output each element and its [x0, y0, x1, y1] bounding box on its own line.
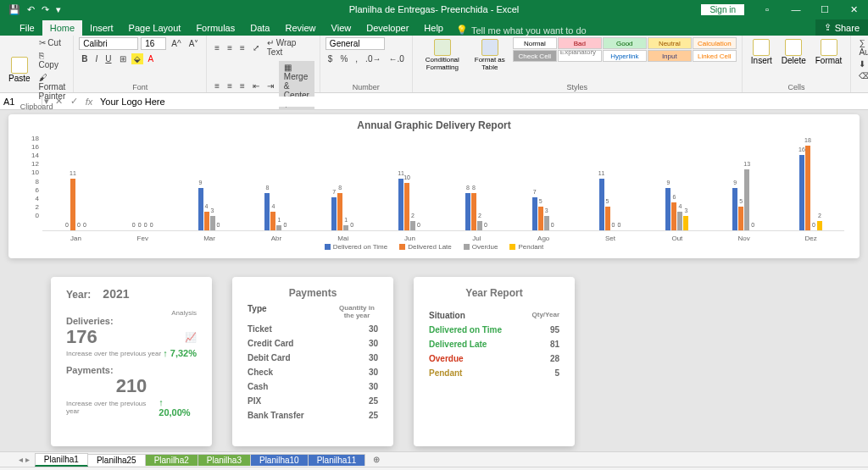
italic-button[interactable]: I	[93, 53, 101, 64]
style-cell[interactable]: Hyperlink	[603, 50, 647, 62]
sheet-tab[interactable]: Planilha11	[308, 454, 366, 466]
sheet-nav-icon[interactable]: ◂ ▸	[19, 455, 30, 464]
style-cell[interactable]: Explanatory ...	[558, 50, 602, 62]
sheet-tab[interactable]: Planilha1	[35, 453, 88, 467]
tab-developer[interactable]: Developer	[359, 20, 416, 36]
align-center-icon[interactable]: ≡	[225, 80, 235, 91]
tab-file[interactable]: File	[12, 20, 42, 36]
delete-button[interactable]: Delete	[778, 37, 810, 67]
style-cell[interactable]: Normal	[513, 37, 557, 49]
table-row: Pendant5	[429, 368, 559, 378]
sheet-tab[interactable]: Planilha2	[145, 454, 198, 466]
style-cell[interactable]: Check Cell	[513, 50, 557, 62]
ribbon-options-icon[interactable]: ▫	[753, 0, 782, 19]
format-as-table-button[interactable]: Format as Table	[470, 37, 510, 73]
signin-button[interactable]: Sign in	[701, 4, 744, 15]
style-cell[interactable]: Neutral	[648, 37, 692, 49]
close-icon[interactable]: ✕	[839, 0, 868, 19]
tab-review[interactable]: Review	[277, 20, 323, 36]
style-cell[interactable]: Good	[603, 37, 647, 49]
tell-me[interactable]: 💡 Tell me what you want to do	[456, 25, 587, 36]
enter-formula-icon[interactable]: ✓	[66, 96, 81, 107]
sheet-tab[interactable]: Planilha10	[250, 454, 309, 466]
name-box[interactable]: A1	[0, 93, 42, 109]
font-color-button[interactable]: A	[146, 53, 157, 64]
table-row: Delivered Late81	[429, 340, 559, 349]
ribbon-tabs: File Home Insert Page Layout Formulas Da…	[0, 19, 868, 36]
maximize-icon[interactable]: ☐	[810, 0, 839, 19]
sheet-tab[interactable]: Planilha3	[198, 454, 251, 466]
tab-view[interactable]: View	[324, 20, 359, 36]
share-button[interactable]: ⇪ Share	[815, 19, 868, 36]
style-cell[interactable]: Linked Cell	[693, 50, 737, 62]
redo-icon[interactable]: ↷	[40, 4, 51, 15]
cell-styles-gallery[interactable]: NormalBadGoodNeutralCalculationCheck Cel…	[513, 37, 737, 62]
inc-decimal-icon[interactable]: .0→	[363, 53, 383, 64]
worksheet[interactable]: Annual Graphic Delivery Report 181614121…	[0, 110, 868, 451]
group-alignment: ≡ ≡ ≡ ⤢ ↵ Wrap Text ≡ ≡ ≡ ⇤ ⇥ ▦ Merge & …	[207, 36, 320, 92]
tab-home[interactable]: Home	[42, 20, 82, 36]
paste-button[interactable]: Paste	[5, 55, 34, 85]
table-row: Overdue28	[429, 354, 559, 363]
chart-legend: Delivered on TimeDelivered LateOverduePe…	[24, 243, 844, 251]
tab-formulas[interactable]: Formulas	[188, 20, 242, 36]
decrease-font-icon[interactable]: A˅	[186, 38, 202, 49]
tab-pagelayout[interactable]: Page Layout	[121, 20, 189, 36]
autosum-button[interactable]: ∑ AutoSum	[856, 37, 868, 58]
status-bar: Ready Calculate — + 110%	[0, 467, 868, 470]
align-top-icon[interactable]: ≡	[212, 42, 222, 53]
align-left-icon[interactable]: ≡	[212, 80, 222, 91]
style-cell[interactable]: Input	[648, 50, 692, 62]
new-sheet-button[interactable]: ⊕	[364, 454, 383, 465]
cancel-formula-icon[interactable]: ✕	[51, 96, 66, 107]
clear-button[interactable]: ⌫ Clear	[856, 70, 868, 81]
format-button[interactable]: Format	[812, 37, 846, 67]
indent-dec-icon[interactable]: ⇤	[250, 80, 262, 91]
undo-icon[interactable]: ↶	[25, 4, 36, 15]
border-button[interactable]: ⊞	[117, 53, 129, 64]
align-right-icon[interactable]: ≡	[237, 80, 248, 91]
minimize-icon[interactable]: —	[782, 0, 810, 19]
group-editing: ∑ AutoSum ⬇ Fill ⌫ Clear Sort & Filter F…	[851, 36, 868, 92]
increase-font-icon[interactable]: A^	[169, 38, 183, 49]
align-mid-icon[interactable]: ≡	[225, 42, 235, 53]
percent-icon[interactable]: %	[337, 53, 350, 64]
tab-data[interactable]: Data	[242, 20, 277, 36]
style-cell[interactable]: Calculation	[693, 37, 737, 49]
table-row: PIX25	[248, 396, 378, 406]
comma-icon[interactable]: ,	[353, 53, 360, 64]
fill-color-button[interactable]: ⬙	[131, 53, 143, 64]
panel-payments: Payments TypeQuantity in the year Ticket…	[232, 277, 393, 446]
table-row: Debit Card30	[248, 353, 378, 362]
conditional-formatting-button[interactable]: Conditional Formatting	[418, 37, 467, 73]
table-row: Ticket30	[248, 324, 378, 334]
style-cell[interactable]: Bad	[558, 37, 602, 49]
font-name-select[interactable]: Calibri	[79, 37, 138, 50]
bold-button[interactable]: B	[79, 53, 90, 64]
fill-button[interactable]: ⬇ Fill	[856, 58, 868, 69]
indent-inc-icon[interactable]: ⇥	[264, 80, 276, 91]
number-format-select[interactable]: General	[326, 37, 385, 50]
fx-icon[interactable]: fx	[81, 97, 97, 107]
save-icon[interactable]: 💾	[7, 4, 22, 15]
title-bar: 💾 ↶ ↷ ▾ Planilha de Entregas- Preenchida…	[0, 0, 868, 19]
font-size-select[interactable]: 16	[141, 37, 166, 50]
align-bot-icon[interactable]: ≡	[237, 42, 248, 53]
orientation-icon[interactable]: ⤢	[250, 42, 262, 53]
group-clipboard: Paste ✂ Cut ⎘ Copy 🖌 Format Painter Clip…	[0, 36, 74, 92]
wrap-text-button[interactable]: ↵ Wrap Text	[264, 37, 314, 58]
copy-button[interactable]: ⎘ Copy	[36, 50, 69, 70]
underline-button[interactable]: U	[103, 53, 114, 64]
namebox-dropdown-icon[interactable]: ▾	[42, 96, 51, 107]
chart-card[interactable]: Annual Graphic Delivery Report 181614121…	[8, 114, 860, 258]
sheet-tab[interactable]: Planilha25	[87, 454, 146, 466]
dec-decimal-icon[interactable]: ←.0	[386, 53, 406, 64]
qat-more-icon[interactable]: ▾	[54, 4, 63, 15]
tab-help[interactable]: Help	[416, 20, 451, 36]
insert-button[interactable]: Insert	[748, 37, 776, 67]
formula-input[interactable]	[97, 97, 868, 107]
cut-button[interactable]: ✂ Cut	[36, 37, 69, 48]
tab-insert[interactable]: Insert	[82, 20, 121, 36]
formula-bar-row: A1 ▾ ✕ ✓ fx	[0, 93, 868, 110]
currency-icon[interactable]: $	[326, 53, 336, 64]
